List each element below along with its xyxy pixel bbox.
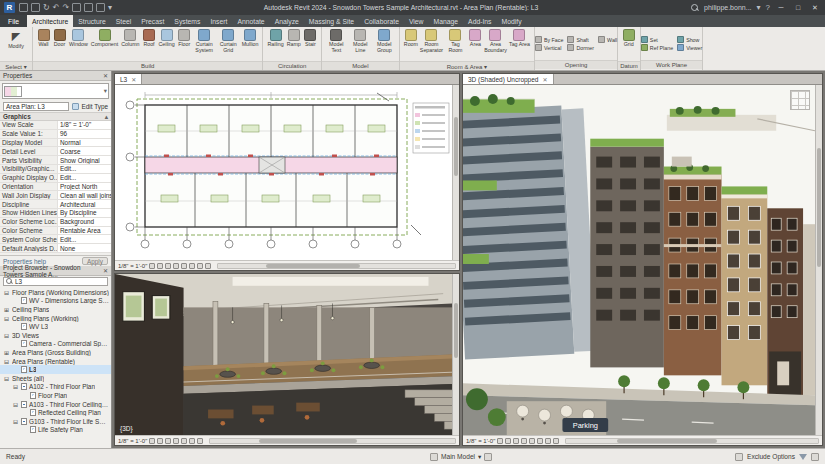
sun-path-icon[interactable] — [513, 438, 519, 444]
curtain-grid-tool-button[interactable]: Curtain Grid — [217, 28, 240, 61]
grid-tool-button[interactable]: Grid — [621, 28, 636, 61]
modify-tool-button[interactable]: ◤ Modify — [3, 28, 29, 61]
project-browser-close-icon[interactable]: ✕ — [103, 267, 108, 274]
expander-icon[interactable]: ⊟ — [12, 418, 19, 425]
open-icon[interactable] — [19, 3, 28, 12]
door-tool-button[interactable]: Door — [52, 28, 67, 61]
dormer-tool-button[interactable]: Dormer — [567, 44, 594, 51]
tab-analyze[interactable]: Analyze — [270, 15, 304, 27]
view-scale-label[interactable]: 1/8" = 1'-0" — [118, 438, 147, 444]
viewer-button[interactable]: Viewer — [677, 44, 702, 51]
worksets-icon[interactable] — [430, 453, 438, 461]
tree-item[interactable]: ⊞Area Plans (Gross Building) — [0, 348, 111, 357]
help-icon[interactable]: ? — [766, 3, 770, 12]
tree-item[interactable]: ⊟G103 - Third Floor Life Safety Plan — [0, 417, 111, 426]
tab-precast[interactable]: Precast — [136, 15, 169, 27]
curtain-system-tool-button[interactable]: Curtain System — [193, 28, 216, 61]
horizontal-scrollbar[interactable] — [209, 438, 456, 444]
panel-name-room-area[interactable]: Room & Area ▾ — [400, 61, 534, 70]
temporary-hide-isolate-icon[interactable] — [189, 438, 195, 444]
property-value[interactable]: Coarse — [57, 147, 111, 155]
panel-name-select[interactable]: Select ▾ — [0, 61, 32, 70]
interior-3d-canvas[interactable] — [115, 274, 452, 435]
element-filter-combo[interactable]: Area Plan: L3 — [3, 102, 69, 111]
tab-insert[interactable]: Insert — [205, 15, 232, 27]
mullion-tool-button[interactable]: Mullion — [241, 28, 260, 61]
temporary-hide-isolate-icon[interactable] — [197, 263, 203, 269]
tree-item-selected[interactable]: L3 — [0, 365, 111, 374]
property-value[interactable]: Rentable Area — [57, 227, 111, 235]
measure-icon[interactable] — [84, 3, 93, 12]
floor-tool-button[interactable]: Floor — [177, 28, 192, 61]
property-value[interactable]: Normal — [57, 139, 111, 147]
minimize-button[interactable]: ─ — [775, 4, 787, 11]
collapse-icon[interactable]: ▴ — [105, 113, 108, 121]
close-button[interactable]: ✕ — [809, 4, 821, 12]
shadows-icon[interactable] — [521, 438, 527, 444]
shadows-icon[interactable] — [173, 263, 179, 269]
property-value[interactable]: 1/8" = 1'-0" — [57, 121, 111, 129]
sun-path-icon[interactable] — [165, 263, 171, 269]
shadows-icon[interactable] — [173, 438, 179, 444]
viewcube[interactable] — [790, 90, 810, 110]
expander-icon[interactable]: ⊟ — [3, 375, 10, 382]
qat-dropdown-icon[interactable]: ▾ — [108, 3, 112, 12]
area-boundary-tool-button[interactable]: Area Boundary — [484, 28, 507, 61]
tree-item[interactable]: Life Safety Plan — [0, 426, 111, 435]
tab-massing-site[interactable]: Massing & Site — [304, 15, 359, 27]
tag-room-tool-button[interactable]: Tag Room — [444, 28, 467, 61]
show-work-plane-button[interactable]: Show — [677, 36, 702, 43]
crop-region-visibility-icon[interactable] — [189, 263, 195, 269]
reveal-hidden-elements-icon[interactable] — [205, 263, 211, 269]
visual-style-icon[interactable] — [157, 438, 163, 444]
model-line-tool-button[interactable]: Model Line — [349, 28, 372, 61]
viewport-exterior-3d[interactable]: 3D (Shaded) Uncropped ✕ — [462, 73, 823, 446]
tab-modify[interactable]: Modify — [497, 15, 527, 27]
stair-tool-button[interactable]: Stair — [303, 28, 318, 61]
redo-icon[interactable]: ↷ — [62, 3, 69, 12]
tree-item[interactable]: ⊟A103 - Third Floor Ceiling Plan — [0, 400, 111, 409]
ceiling-tool-button[interactable]: Ceiling — [158, 28, 176, 61]
tab-annotate[interactable]: Annotate — [232, 15, 269, 27]
design-options-icon[interactable] — [484, 453, 492, 461]
expander-icon[interactable]: ⊞ — [3, 349, 10, 356]
expander-icon[interactable]: ⊟ — [3, 358, 10, 365]
property-value[interactable]: 96 — [57, 130, 111, 138]
expander-icon[interactable]: ⊟ — [3, 332, 10, 339]
by-face-tool-button[interactable]: By Face — [535, 36, 563, 43]
view-scale-label[interactable]: 1/8" = 1'-0" — [118, 263, 147, 269]
view-scale-label[interactable]: 1/8" = 1'-0" — [466, 438, 495, 444]
room-separator-tool-button[interactable]: Room Separator — [420, 28, 443, 61]
tree-item[interactable]: WV - Dimensions Large Scale — [0, 297, 111, 306]
ref-plane-button[interactable]: Ref Plane — [641, 44, 673, 51]
tree-item[interactable]: ⊟3D Views — [0, 331, 111, 340]
view-tab-close-icon[interactable]: ✕ — [542, 76, 547, 83]
tab-systems[interactable]: Systems — [169, 15, 205, 27]
roof-tool-button[interactable]: Roof — [142, 28, 157, 61]
active-workset-dropdown[interactable]: Main Model — [441, 453, 475, 460]
crop-view-icon[interactable] — [537, 438, 543, 444]
editable-only-icon[interactable] — [735, 453, 743, 461]
property-value[interactable]: None — [57, 244, 111, 252]
tree-item[interactable]: Reflected Ceiling Plan — [0, 408, 111, 417]
shaft-tool-button[interactable]: Shaft — [567, 36, 594, 43]
property-value[interactable]: Edit... — [57, 174, 111, 182]
exterior-3d-canvas[interactable]: Parking — [463, 85, 815, 435]
search-icon[interactable] — [690, 3, 699, 12]
filter-icon[interactable] — [799, 454, 807, 460]
reveal-hidden-elements-icon[interactable] — [553, 438, 559, 444]
vertical-scrollbar[interactable] — [452, 85, 459, 260]
user-dropdown-icon[interactable]: ▾ — [757, 3, 761, 12]
tab-manage[interactable]: Manage — [429, 15, 464, 27]
maximize-button[interactable]: □ — [792, 4, 804, 11]
wall-tool-button[interactable]: Wall — [36, 28, 51, 61]
railing-tool-button[interactable]: Railing — [266, 28, 284, 61]
property-value[interactable]: Edit... — [57, 165, 111, 173]
visual-style-icon[interactable] — [157, 263, 163, 269]
property-value[interactable]: Background — [57, 218, 111, 226]
tree-item[interactable]: Camera - Commercial Space 3... — [0, 340, 111, 349]
set-work-plane-button[interactable]: Set — [641, 36, 673, 43]
property-value[interactable]: Architectural — [57, 200, 111, 208]
type-selector[interactable]: ▾ — [2, 83, 109, 99]
vertical-scrollbar[interactable] — [452, 274, 459, 435]
